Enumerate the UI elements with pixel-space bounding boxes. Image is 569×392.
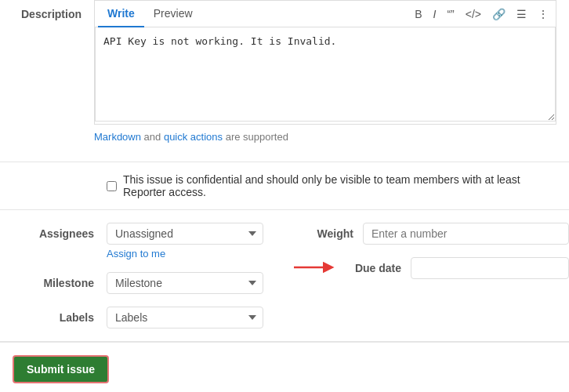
assign-to-me-link[interactable]: Assign to me	[107, 248, 264, 260]
more-button[interactable]: ⋮	[534, 6, 553, 22]
main-container: Description Write Preview B I “” </> 🔗 ☰	[0, 0, 569, 392]
quick-actions-link[interactable]: quick actions	[164, 131, 223, 143]
submit-issue-button[interactable]: Submit issue	[13, 355, 109, 383]
right-col: Weight	[277, 223, 569, 279]
labels-select[interactable]: Labels	[107, 307, 263, 328]
quote-button[interactable]: “”	[443, 6, 458, 22]
description-label: Description	[0, 0, 94, 149]
tab-write[interactable]: Write	[98, 1, 144, 27]
due-date-row: Due date 2021-01-04	[340, 257, 569, 279]
list-button[interactable]: ☰	[513, 6, 531, 22]
labels-row: Labels Labels	[0, 307, 277, 328]
markdown-hint: Markdown and quick actions are supported	[94, 125, 556, 149]
code-button[interactable]: </>	[462, 6, 485, 22]
tabs-group: Write Preview	[98, 1, 202, 27]
weight-input[interactable]	[363, 223, 569, 245]
arrow-icon	[292, 259, 335, 276]
confidential-checkbox[interactable]	[107, 181, 117, 191]
description-editor: Write Preview B I “” </> 🔗 ☰ ⋮ API Key i…	[94, 0, 569, 149]
hint-text-and: and	[144, 131, 164, 143]
editor-toolbar: B I “” </> 🔗 ☰ ⋮	[411, 3, 553, 25]
labels-input-group: Labels	[107, 307, 264, 328]
description-section: Description Write Preview B I “” </> 🔗 ☰	[0, 0, 569, 162]
weight-label: Weight	[292, 227, 363, 240]
confidential-row: This issue is confidential and should on…	[0, 162, 569, 210]
milestone-input-group: Milestone	[107, 272, 264, 294]
editor-wrapper: Write Preview B I “” </> 🔗 ☰ ⋮ API Key i…	[94, 0, 556, 125]
assignees-label: Assignees	[13, 223, 107, 240]
assignees-select[interactable]: Unassigned	[107, 223, 263, 245]
due-date-input[interactable]: 2021-01-04	[411, 257, 569, 279]
assignees-input-group: Unassigned Assign to me	[107, 223, 264, 260]
form-fields: Assignees Unassigned Assign to me Milest…	[0, 210, 569, 342]
tab-preview[interactable]: Preview	[144, 1, 202, 27]
hint-text-supported: are supported	[226, 131, 288, 143]
due-date-with-arrow: Due date 2021-01-04	[292, 257, 569, 279]
bold-button[interactable]: B	[411, 6, 426, 22]
weight-row: Weight	[292, 223, 569, 245]
labels-label: Labels	[13, 307, 107, 324]
tabs-toolbar-row: Write Preview B I “” </> 🔗 ☰ ⋮	[95, 1, 556, 27]
submit-section: Submit issue	[0, 343, 569, 392]
arrow-container	[292, 259, 335, 278]
milestone-row: Milestone Milestone	[0, 272, 277, 294]
description-textarea[interactable]: API Key is not working. It is Invalid.	[95, 27, 556, 122]
markdown-link[interactable]: Markdown	[94, 131, 141, 143]
due-date-label: Due date	[340, 262, 411, 274]
assignees-row: Assignees Unassigned Assign to me	[0, 223, 277, 260]
link-button[interactable]: 🔗	[488, 6, 509, 22]
milestone-select[interactable]: Milestone	[107, 272, 263, 294]
left-col: Assignees Unassigned Assign to me Milest…	[0, 223, 277, 328]
fields-two-col: Assignees Unassigned Assign to me Milest…	[0, 223, 569, 328]
italic-button[interactable]: I	[429, 6, 440, 22]
milestone-label: Milestone	[13, 272, 107, 289]
confidential-label: This issue is confidential and should on…	[123, 173, 556, 198]
